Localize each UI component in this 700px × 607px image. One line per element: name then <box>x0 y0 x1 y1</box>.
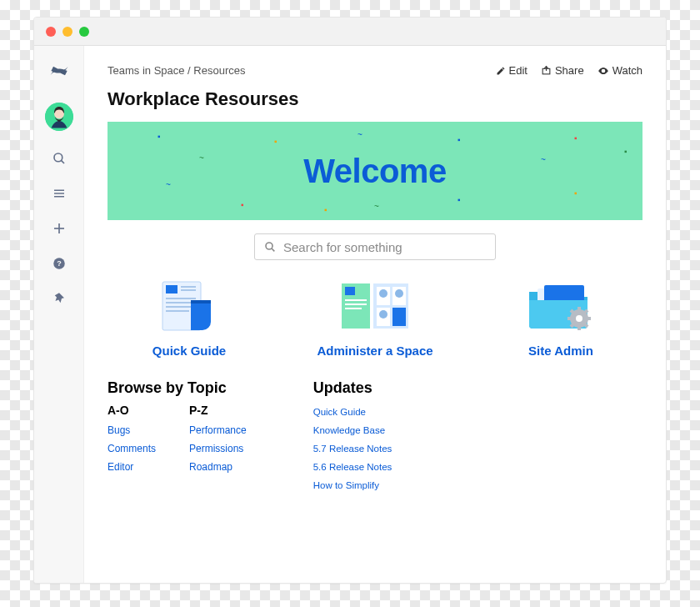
app-window: ? Teams in Space / Resources Edit Share <box>33 17 667 584</box>
updates-title: Updates <box>313 379 392 397</box>
svg-line-3 <box>61 160 64 163</box>
help-icon[interactable]: ? <box>52 256 67 271</box>
share-button[interactable]: Share <box>541 64 584 77</box>
main-content: Teams in Space / Resources Edit Share Wa… <box>84 46 666 583</box>
dashboard-icon <box>333 277 417 335</box>
updates-list: Quick Guide Knowledge Base 5.7 Release N… <box>313 404 392 492</box>
topic-list-b: Performance Permissions Roadmap <box>189 422 247 474</box>
resource-cards: Quick Guide Administ <box>108 277 642 358</box>
create-icon[interactable] <box>52 221 67 236</box>
search-icon[interactable] <box>52 151 67 166</box>
search-box[interactable] <box>254 233 496 260</box>
svg-rect-35 <box>392 308 406 326</box>
svg-point-32 <box>395 289 403 298</box>
topic-link[interactable]: Comments <box>108 443 156 454</box>
update-link[interactable]: 5.7 Release Notes <box>313 444 392 454</box>
card-label: Site Admin <box>528 344 593 358</box>
svg-text:?: ? <box>57 259 62 268</box>
close-dot[interactable] <box>46 27 56 37</box>
edit-button[interactable]: Edit <box>496 64 528 77</box>
update-link[interactable]: How to Simplify <box>313 480 379 490</box>
confluence-logo-icon <box>48 59 71 83</box>
svg-line-47 <box>585 310 588 313</box>
topic-link[interactable]: Roadmap <box>189 461 232 473</box>
card-label: Quick Guide <box>152 344 226 358</box>
svg-line-14 <box>272 248 274 251</box>
edit-label: Edit <box>509 64 528 77</box>
card-label: Administer a Space <box>317 344 432 358</box>
search-icon <box>263 240 277 253</box>
svg-rect-24 <box>345 287 355 295</box>
window-titlebar <box>34 18 666 46</box>
share-label: Share <box>555 64 584 77</box>
update-link[interactable]: Knowledge Base <box>313 425 385 435</box>
notifications-icon[interactable] <box>52 291 67 306</box>
topic-link[interactable]: Editor <box>108 461 133 473</box>
updates-section: Updates Quick Guide Knowledge Base 5.7 R… <box>313 379 392 492</box>
svg-point-39 <box>576 315 582 322</box>
browse-by-topic: Browse by Topic A-O Bugs Comments Editor… <box>108 379 247 492</box>
topic-list-a: Bugs Comments Editor <box>108 422 156 474</box>
maximize-dot[interactable] <box>79 27 89 37</box>
update-link[interactable]: Quick Guide <box>313 407 366 417</box>
col-a-head: A-O <box>108 404 156 417</box>
document-icon <box>148 277 231 335</box>
watch-button[interactable]: Watch <box>598 64 642 77</box>
card-quick-guide[interactable]: Quick Guide <box>114 277 264 358</box>
svg-point-2 <box>54 153 62 162</box>
card-site-admin[interactable]: Site Admin <box>486 277 636 358</box>
minimize-dot[interactable] <box>62 27 72 37</box>
sidebar: ? <box>34 46 84 583</box>
svg-line-44 <box>571 310 573 313</box>
welcome-banner: ▪ ~ ~ ▪ ▪ ~ ▪ ~ ▪ ▪ ~ ▪ ▪ ▪ Welcome <box>108 122 642 220</box>
svg-point-12 <box>602 69 603 71</box>
folder-gear-icon <box>519 277 602 335</box>
page-actions: Edit Share Watch <box>496 64 642 77</box>
watch-label: Watch <box>612 64 642 77</box>
col-b-head: P-Z <box>189 404 247 417</box>
svg-line-46 <box>571 324 573 327</box>
browse-title: Browse by Topic <box>108 379 247 397</box>
svg-point-30 <box>379 289 388 298</box>
avatar[interactable] <box>45 103 73 131</box>
search-input[interactable] <box>283 240 487 254</box>
svg-point-34 <box>379 310 388 319</box>
card-administer-space[interactable]: Administer a Space <box>300 277 450 358</box>
svg-rect-16 <box>166 285 178 293</box>
banner-title: Welcome <box>303 153 446 190</box>
topic-link[interactable]: Bugs <box>108 424 130 436</box>
update-link[interactable]: 5.6 Release Notes <box>313 462 392 472</box>
menu-icon[interactable] <box>52 186 67 201</box>
topic-link[interactable]: Permissions <box>189 443 243 454</box>
breadcrumb[interactable]: Teams in Space / Resources <box>108 64 245 77</box>
page-title: Workplace Resourses <box>108 88 642 110</box>
topic-link[interactable]: Performance <box>189 424 247 436</box>
svg-line-45 <box>585 324 588 327</box>
svg-point-13 <box>266 243 272 249</box>
